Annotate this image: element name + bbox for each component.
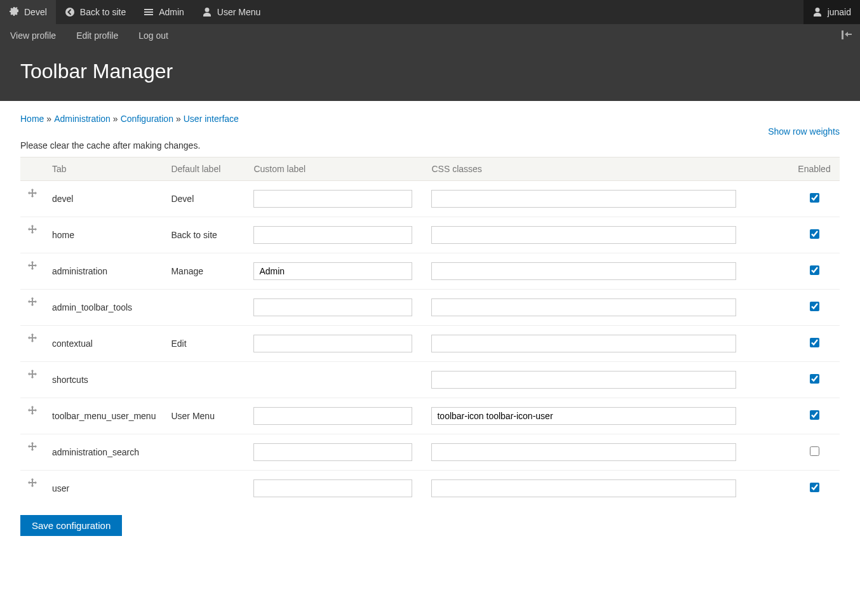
cell-tab: toolbar_menu_user_menu [44, 398, 163, 434]
drag-handle[interactable] [28, 297, 37, 308]
custom-label-input[interactable] [253, 262, 412, 280]
breadcrumb-link[interactable]: Home [20, 114, 44, 124]
cell-default: User Menu [163, 398, 246, 434]
custom-label-input[interactable] [253, 407, 412, 425]
cell-default: Devel [163, 181, 246, 217]
user-icon [202, 7, 212, 17]
enabled-checkbox[interactable] [810, 483, 819, 492]
cell-tab: administration [44, 253, 163, 290]
back-icon [65, 7, 75, 17]
cell-tab: user [44, 471, 163, 507]
gear-icon [9, 7, 19, 17]
cell-tab: contextual [44, 326, 163, 362]
cell-tab: devel [44, 181, 163, 217]
cell-tab: shortcuts [44, 362, 163, 398]
cell-tab: administration_search [44, 434, 163, 471]
table-row: administration Manage [20, 253, 840, 290]
orientation-icon [841, 29, 852, 41]
custom-label-input[interactable] [253, 335, 412, 352]
table-row: admin_toolbar_tools [20, 290, 840, 326]
table-row: devel Devel [20, 181, 840, 217]
menu-icon [144, 7, 154, 17]
breadcrumb-link[interactable]: Configuration [121, 114, 173, 124]
toolbar-item-admin[interactable]: Admin [135, 0, 193, 24]
sub-toolbar: View profileEdit profileLog out [0, 24, 860, 47]
cell-default [163, 290, 246, 326]
css-classes-input[interactable] [431, 298, 736, 316]
css-classes-input[interactable] [431, 226, 736, 244]
cell-tab: admin_toolbar_tools [44, 290, 163, 326]
show-row-weights-link[interactable]: Show row weights [768, 126, 840, 137]
toolbar-item-label: User Menu [217, 7, 260, 17]
drag-handle[interactable] [28, 406, 37, 417]
drag-handle[interactable] [28, 225, 37, 236]
page-title: Toolbar Manager [20, 60, 840, 83]
cell-default: Back to site [163, 217, 246, 253]
custom-label-input[interactable] [253, 479, 412, 497]
enabled-checkbox[interactable] [810, 193, 819, 203]
cell-default [163, 434, 246, 471]
enabled-checkbox[interactable] [810, 302, 819, 311]
th-enabled: Enabled [789, 157, 840, 181]
top-toolbar: DevelBack to siteAdminUser Menu junaid [0, 0, 860, 24]
cell-default [163, 362, 246, 398]
css-classes-input[interactable] [431, 262, 736, 280]
cell-default: Edit [163, 326, 246, 362]
page-header: Toolbar Manager [0, 47, 860, 101]
custom-label-input[interactable] [253, 226, 412, 244]
table-row: toolbar_menu_user_menu User Menu [20, 398, 840, 434]
enabled-checkbox[interactable] [810, 338, 819, 347]
drag-handle[interactable] [28, 478, 37, 489]
drag-handle[interactable] [28, 442, 37, 453]
toolbar-item-user-menu[interactable]: User Menu [193, 0, 269, 24]
drag-handle[interactable] [28, 333, 37, 344]
enabled-checkbox[interactable] [810, 229, 819, 239]
orientation-toggle[interactable] [841, 29, 860, 43]
toolbar-item-label: Devel [24, 7, 47, 17]
save-button[interactable]: Save configuration [20, 515, 122, 536]
table-row: home Back to site [20, 217, 840, 253]
enabled-checkbox[interactable] [810, 374, 819, 384]
enabled-checkbox[interactable] [810, 410, 819, 420]
table-row: shortcuts [20, 362, 840, 398]
subtoolbar-item-log-out[interactable]: Log out [128, 24, 178, 47]
cell-default [163, 471, 246, 507]
css-classes-input[interactable] [431, 371, 736, 389]
table-row: administration_search [20, 434, 840, 471]
toolbar-item-back-to-site[interactable]: Back to site [56, 0, 135, 24]
toolbar-table: Tab Default label Custom label CSS class… [20, 157, 840, 506]
enabled-checkbox[interactable] [810, 265, 819, 275]
toolbar-item-label: Admin [159, 7, 184, 17]
css-classes-input[interactable] [431, 479, 736, 497]
custom-label-input[interactable] [253, 443, 412, 461]
css-classes-input[interactable] [431, 407, 736, 425]
th-tab: Tab [44, 157, 163, 181]
breadcrumb-link[interactable]: Administration [54, 114, 111, 124]
toolbar-user-label: junaid [828, 7, 851, 17]
cell-default: Manage [163, 253, 246, 290]
toolbar-item-devel[interactable]: Devel [0, 0, 56, 24]
enabled-checkbox[interactable] [810, 446, 819, 456]
css-classes-input[interactable] [431, 190, 736, 208]
drag-handle[interactable] [28, 370, 37, 380]
custom-label-input[interactable] [253, 190, 412, 208]
table-row: user [20, 471, 840, 507]
drag-handle[interactable] [28, 189, 37, 199]
cell-tab: home [44, 217, 163, 253]
subtoolbar-item-view-profile[interactable]: View profile [0, 24, 66, 47]
table-row: contextual Edit [20, 326, 840, 362]
css-classes-input[interactable] [431, 443, 736, 461]
th-custom: Custom label [246, 157, 424, 181]
drag-handle[interactable] [28, 261, 37, 272]
subtoolbar-item-edit-profile[interactable]: Edit profile [66, 24, 128, 47]
custom-label-input[interactable] [253, 298, 412, 316]
toolbar-item-label: Back to site [80, 7, 126, 17]
user-icon [812, 7, 823, 17]
css-classes-input[interactable] [431, 335, 736, 352]
toolbar-user[interactable]: junaid [803, 0, 860, 24]
th-default: Default label [163, 157, 246, 181]
breadcrumb-link[interactable]: User interface [184, 114, 239, 124]
breadcrumb: Home»Administration»Configuration»User i… [20, 114, 840, 124]
th-css: CSS classes [424, 157, 789, 181]
notice-text: Please clear the cache after making chan… [20, 140, 840, 151]
